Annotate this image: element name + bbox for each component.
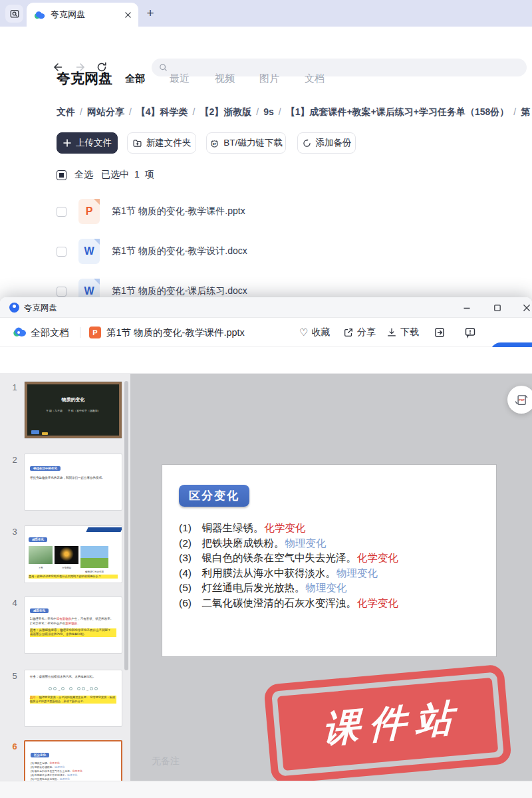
selection-row: 全选 已选中 1 项 [57,169,154,181]
select-all-checkbox[interactable] [57,170,66,180]
molecule-diagram: → → [30,682,116,694]
slide-banner [86,527,122,532]
thumb3-badge: 感受变化 [29,537,47,542]
slide-thumbnail-4[interactable]: 感受变化 1.物理变化：变化中没有新物质产生，只有形状、状态的改变。 2.化学变… [24,597,122,654]
selected-count: 1 [134,169,140,181]
file-row-pptx[interactable]: P 第1节 物质的变化-教学课件.pptx [57,192,522,231]
new-folder-button[interactable]: 新建文件夹 [127,132,196,154]
file-name[interactable]: 第1节 物质的变化-课后练习.docx [112,285,247,297]
file-name[interactable]: 第1节 物质的变化-教学课件.pptx [112,205,245,217]
file-checkbox[interactable] [57,207,66,217]
search-icon [158,63,168,72]
view-toolbar: 显示墨迹 播放 适合页面 1:1 实际大小 PDF 转为PDF AI [0,347,532,374]
browser-sidebar-button[interactable] [5,5,23,23]
file-name[interactable]: 第1节 物质的变化-教学设计.docx [112,245,247,257]
breadcrumb-item[interactable]: 9s [263,106,285,117]
feedback-icon[interactable] [464,327,476,338]
backup-icon [302,138,312,148]
new-tab-button[interactable]: + [142,5,158,21]
svg-text:BT: BT [213,142,217,146]
share-icon [343,327,354,338]
tab-close-icon[interactable] [124,11,132,19]
thumb-number: 5 [9,671,20,681]
thumb2-text: 寻找身边物质变化的足迹，和同学们一起分享你的发现。 [30,476,116,481]
breadcrumb-item[interactable]: 【4】科学类 [136,106,200,117]
thumbnail-scrollbar[interactable] [124,381,128,670]
folder-plus-icon [132,138,142,148]
document-header-bar: 全部文档 P 第1节 物质的变化-教学课件.pptx ♡ 收藏 分享 下载 编辑 [0,318,532,347]
thumb4-line: 2.化学变化：变化中会产生 [30,622,65,625]
slide-list-item: (5) 灯丝通电后发光放热。物理变化 [179,581,485,596]
breadcrumb-item[interactable]: 文件 [57,106,87,117]
window-title: 夸克网盘 [24,303,57,314]
thumb4-line: 1.物理变化：变化中 [30,617,57,620]
close-button[interactable] [521,303,532,313]
library-link[interactable]: 全部文档 [31,327,69,339]
heart-icon: ♡ [299,327,308,338]
breadcrumb: 文件网站分享【4】科学类【2】浙教版9s【1】成套课件+教案+课后练习+学习任务… [57,106,532,120]
drive-tab-image[interactable]: 图片 [259,72,279,85]
ppt-letter: P [86,205,93,217]
open-file-name: 第1节 物质的变化-教学课件.pptx [106,327,245,339]
slide-thumbnail-5[interactable]: 任务：请画图分别模拟水的汽化、水的电解过程。 → → 总结： 物理变化实质：分子… [24,670,122,727]
slide-title-badge: 区分变化 [179,485,249,507]
slide-list-item: (3) 银白色的镁条在空气中失去光泽。化学变化 [179,551,485,566]
thumb1-title: 物质的变化 [27,396,119,403]
thumb4-line-red: 新的物质。 [65,622,80,625]
maximize-button[interactable] [492,303,503,313]
slide-thumbnail-1[interactable]: 物质的变化 年 级：九年级 学 科：初中科学（浙教版） [24,381,122,439]
new-folder-label: 新建文件夹 [146,137,192,149]
slide-list-item: (2) 把铁块磨成铁粉。物理变化 [179,536,485,551]
minimize-button[interactable] [462,303,472,313]
download-button[interactable]: 下载 [386,327,419,338]
word-letter: W [84,285,94,297]
slide-thumbnail-2[interactable]: 寻找生活中的变化 寻找身边物质变化的足迹，和同学们一起分享你的发现。 [24,454,122,511]
download-icon [386,327,397,338]
divider [80,327,80,338]
add-backup-button[interactable]: 添加备份 [297,132,356,154]
drive-tab-video[interactable]: 视频 [215,72,235,85]
drive-tab-recent[interactable]: 最近 [170,72,190,85]
browser-tab-quark[interactable]: 夸克网盘 [27,3,138,27]
thumb-number: 2 [9,455,20,465]
breadcrumb-item[interactable]: 【1】成套课件+教案+课后练习+学习任务单（158份） [286,106,521,117]
save-to-drive-icon[interactable] [434,327,446,338]
tab-title: 夸克网盘 [51,9,119,21]
convert-pdf-floating-button[interactable]: PDF [507,386,532,414]
word-letter: W [84,245,94,257]
thumb-number: 1 [9,382,20,392]
drive-tab-doc[interactable]: 文档 [305,72,325,85]
word-file-icon: W [78,239,100,264]
plus-icon [63,138,72,148]
thumb4-badge: 感受变化 [30,608,49,613]
bt-magnet-download-button[interactable]: BT BT/磁力链下载 [206,132,286,154]
breadcrumb-item[interactable]: 网站分享 [87,106,136,117]
file-checkbox[interactable] [57,247,66,257]
browser-nav-bar [0,27,532,55]
thumb4-note: 请画图分别模拟水的汽化、水的电解过程。 [30,632,116,637]
address-search-bar[interactable] [152,59,527,76]
stamp-inner: 课件站 [277,678,499,771]
workspace-search-icon [9,9,20,19]
breadcrumb-item[interactable]: 【2】浙教版 [200,106,263,117]
ppt-file-icon: P [78,199,100,224]
slide-thumbnail-3[interactable]: 感受变化 下雨 火柴燃烧 植物进行光合作用 思考：你能说说变化前后 [24,525,122,583]
quark-window-logo-icon [9,303,19,313]
slide-thumbnail-panel: 1 物质的变化 年 级：九年级 学 科：初中科学（浙教版） 2 寻找生活中的变化… [0,374,130,781]
window-title-bar[interactable]: 夸克网盘 [0,297,532,318]
add-backup-label: 添加备份 [316,137,352,149]
select-all-label[interactable]: 全选 [74,169,93,181]
favorite-button[interactable]: ♡ 收藏 [299,327,330,338]
file-checkbox[interactable] [57,287,66,297]
drive-tab-all[interactable]: 全部 [125,72,145,85]
watermark-stamp: 课件站 [263,664,512,785]
file-row-docx-design[interactable]: W 第1节 物质的变化-教学设计.docx [57,231,522,271]
thumb-number-selected: 6 [9,741,20,751]
share-label: 分享 [357,327,376,338]
upload-file-label: 上传文件 [76,137,112,149]
breadcrumb-item[interactable]: 第 [521,106,530,117]
share-button[interactable]: 分享 [343,327,376,338]
viewer-status-bar: 幻灯片 6/20 − 41% + [0,781,532,798]
upload-file-button[interactable]: 上传文件 [57,132,118,154]
selected-unit: 项 [145,169,154,181]
